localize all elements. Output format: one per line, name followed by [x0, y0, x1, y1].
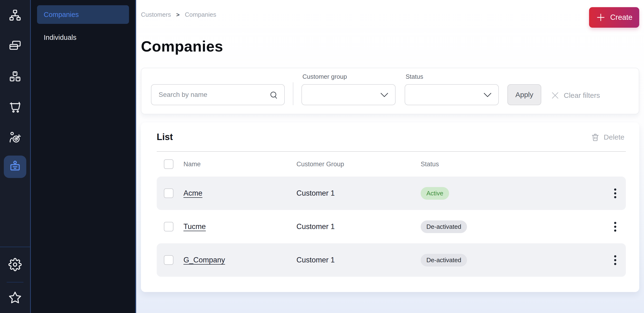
table-row: G_Company Customer 1 De-activated [157, 243, 626, 277]
row-menu-button[interactable] [612, 219, 619, 234]
payments-icon[interactable] [0, 30, 30, 61]
customer-group-cell: Customer 1 [296, 222, 421, 231]
settings-icon[interactable] [0, 247, 30, 282]
sidebar-item-companies[interactable]: Companies [37, 5, 129, 24]
table-row: Tucme Customer 1 De-activated [157, 210, 626, 243]
list-title: List [157, 132, 173, 142]
search-wrap [151, 84, 285, 105]
table-row: Acme Customer 1 Active [157, 176, 626, 210]
row-checkbox[interactable] [164, 188, 174, 198]
topbar: Customers > Companies Create [141, 7, 639, 28]
status-badge: De-activated [421, 254, 467, 267]
company-name-link[interactable]: Acme [184, 189, 202, 197]
filter-card: Customer group Status Apply [141, 68, 639, 114]
table-body: Acme Customer 1 Active Tucme Customer 1 … [157, 176, 626, 277]
company-name-link[interactable]: Tucme [184, 222, 206, 231]
company-name-link[interactable]: G_Company [184, 256, 225, 264]
trash-icon [591, 133, 600, 142]
customer-group-filter: Customer group [302, 73, 396, 105]
page-title: Companies [141, 38, 639, 55]
breadcrumb-companies[interactable]: Companies [185, 11, 216, 18]
customer-group-cell: Customer 1 [296, 256, 421, 264]
status-filter: Status [405, 73, 499, 105]
main-content: Customers > Companies Create Companies [136, 0, 644, 313]
customer-group-select[interactable] [302, 84, 396, 105]
column-header-status: Status [421, 160, 604, 168]
targeting-icon[interactable] [0, 122, 30, 153]
column-header-name: Name [184, 160, 296, 168]
status-select[interactable] [405, 84, 499, 105]
icon-sidebar [0, 0, 31, 313]
sidebar-item-individuals[interactable]: Individuals [37, 28, 129, 47]
apply-button[interactable]: Apply [507, 84, 541, 105]
list-header: List Delete [157, 132, 626, 142]
row-menu-button[interactable] [612, 186, 619, 201]
filter-divider [293, 82, 293, 105]
status-label: Status [406, 73, 499, 80]
chevron-down-icon [484, 92, 492, 99]
secondary-sidebar: Companies Individuals [31, 0, 136, 313]
list-card: List Delete Name Customer Group Status [141, 122, 639, 292]
breadcrumb-separator: > [176, 11, 180, 18]
column-header-group: Customer Group [296, 160, 421, 168]
row-menu-button[interactable] [612, 253, 619, 267]
sidebar-item-companies-label: Companies [44, 11, 79, 19]
breadcrumb-customers[interactable]: Customers [141, 11, 171, 18]
favorites-icon[interactable] [0, 283, 30, 313]
create-button[interactable]: Create [589, 7, 639, 28]
table-header-row: Name Customer Group Status [157, 152, 626, 176]
customer-group-cell: Customer 1 [296, 189, 421, 197]
customers-badge-icon[interactable] [4, 156, 26, 178]
org-chart-icon[interactable] [0, 0, 30, 30]
products-icon[interactable] [0, 61, 30, 92]
clear-filters-button[interactable]: Clear filters [550, 91, 602, 100]
clear-filters-label: Clear filters [564, 91, 600, 100]
customer-group-label: Customer group [302, 73, 396, 80]
plus-icon [596, 12, 606, 22]
delete-button-label: Delete [604, 133, 624, 141]
search-input[interactable] [151, 84, 285, 105]
status-badge: De-activated [421, 220, 467, 233]
select-all-checkbox[interactable] [164, 159, 174, 169]
status-badge: Active [421, 187, 449, 200]
chevron-down-icon [380, 92, 388, 99]
breadcrumb: Customers > Companies [141, 11, 216, 18]
cart-icon[interactable] [0, 92, 30, 122]
close-icon [551, 91, 560, 100]
delete-button[interactable]: Delete [589, 132, 626, 142]
app-window: Companies Individuals Customers > Compan… [0, 0, 644, 313]
create-button-label: Create [610, 13, 632, 22]
row-checkbox[interactable] [164, 222, 174, 231]
sidebar-item-individuals-label: Individuals [44, 34, 76, 41]
row-checkbox[interactable] [164, 255, 174, 265]
